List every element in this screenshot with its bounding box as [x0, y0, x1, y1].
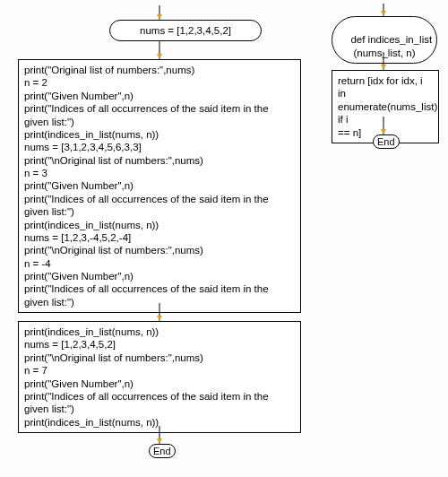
- start-node-left-text: nums = [1,2,3,4,5,2]: [140, 25, 231, 36]
- end-node-right-text: End: [377, 136, 395, 147]
- code-block-right: return [idx for idx, i in enumerate(nums…: [332, 70, 439, 143]
- end-node-left-text: End: [153, 446, 171, 456]
- function-node-right: def indices_in_list (nums_list, n): [332, 16, 437, 64]
- function-node-right-text: def indices_in_list (nums_list, n): [350, 34, 432, 57]
- code-block-left-2: print(indices_in_list(nums, n)) nums = […: [18, 321, 301, 433]
- code-block-left-1: print("Original list of numbers:",nums) …: [18, 59, 301, 313]
- end-node-left: End: [149, 444, 176, 458]
- start-node-left: nums = [1,2,3,4,5,2]: [109, 20, 262, 41]
- end-node-right: End: [373, 134, 400, 149]
